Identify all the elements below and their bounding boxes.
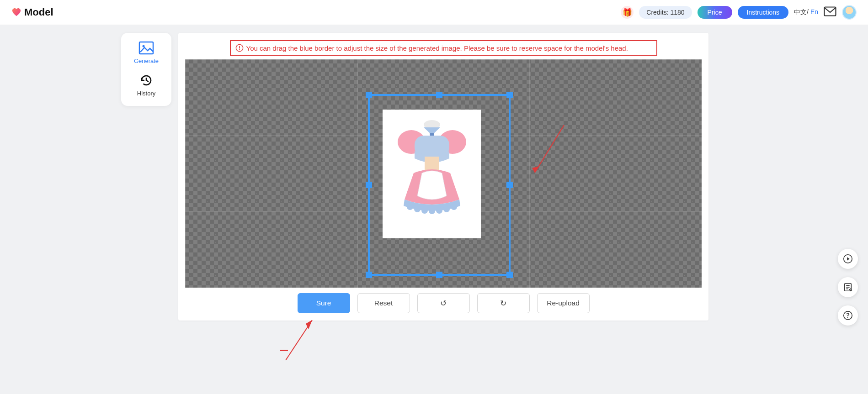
notes-button[interactable] — [838, 277, 858, 297]
crop-box[interactable] — [368, 94, 511, 276]
reset-button[interactable]: Reset — [357, 293, 410, 313]
crop-handle-t[interactable] — [436, 92, 442, 98]
crop-handle-r[interactable] — [506, 182, 513, 188]
crop-handle-bl[interactable] — [366, 272, 372, 278]
logo-text: Model — [24, 6, 53, 18]
header: Model 🎁 Credits: 1180 Price Instructions… — [0, 0, 868, 25]
crop-handle-l[interactable] — [366, 182, 372, 188]
image-icon — [138, 41, 154, 55]
history-icon — [138, 74, 154, 87]
instructions-button[interactable]: Instructions — [738, 6, 789, 19]
svg-point-5 — [239, 49, 240, 50]
annotation-arrow-1 — [530, 122, 567, 177]
svg-point-28 — [847, 317, 848, 318]
user-avatar[interactable] — [842, 5, 857, 20]
header-right: 🎁 Credits: 1180 Price Instructions 中文/ E… — [621, 5, 857, 20]
language-switch[interactable]: 中文/ En — [794, 8, 818, 16]
side-nav: Generate History — [121, 33, 171, 106]
price-button[interactable]: Price — [698, 6, 732, 19]
reupload-button[interactable]: Re-upload — [537, 293, 590, 313]
action-row: Sure Reset ↺ ↻ Re-upload — [178, 293, 708, 313]
play-button[interactable] — [838, 249, 858, 269]
crop-canvas[interactable] — [185, 59, 702, 288]
crop-handle-b[interactable] — [436, 272, 442, 278]
warning-icon — [235, 44, 244, 52]
heart-icon — [11, 8, 21, 17]
gift-icon[interactable]: 🎁 — [621, 6, 634, 19]
credits-badge[interactable]: Credits: 1180 — [639, 6, 692, 19]
logo[interactable]: Model — [11, 6, 53, 18]
mail-icon[interactable] — [824, 6, 836, 18]
notice-banner: You can drag the blue border to adjust t… — [230, 40, 657, 56]
crop-handle-tl[interactable] — [366, 92, 372, 98]
lang-zh: 中文 — [794, 8, 807, 16]
svg-line-18 — [535, 125, 564, 173]
sidenav-item-history[interactable]: History — [137, 74, 155, 97]
rotate-ccw-button[interactable]: ↺ — [417, 293, 470, 313]
lang-en: En — [810, 8, 818, 16]
sidenav-item-label: Generate — [134, 58, 159, 64]
sidenav-item-label: History — [137, 90, 155, 97]
svg-rect-1 — [139, 42, 153, 54]
help-button[interactable] — [838, 305, 858, 326]
main-panel: You can drag the blue border to adjust t… — [178, 33, 708, 320]
rotate-cw-button[interactable]: ↻ — [477, 293, 530, 313]
floating-buttons — [838, 249, 858, 326]
crop-handle-br[interactable] — [506, 272, 513, 278]
annotation-arrow-2 — [281, 317, 318, 363]
sure-button[interactable]: Sure — [298, 293, 350, 313]
annotation-underline — [280, 350, 288, 351]
sidenav-item-generate[interactable]: Generate — [134, 41, 159, 64]
crop-handle-tr[interactable] — [506, 92, 513, 98]
notice-text: You can drag the blue border to adjust t… — [246, 44, 628, 52]
